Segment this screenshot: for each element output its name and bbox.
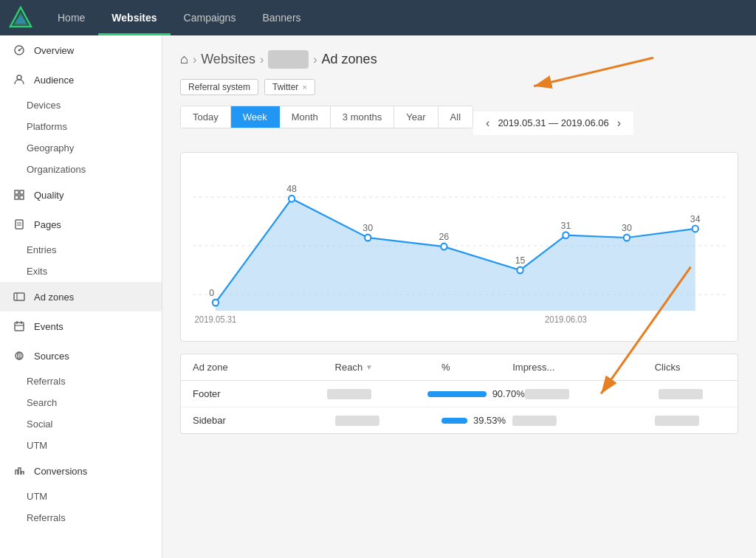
cell-clicks-sidebar <box>655 416 699 426</box>
col-pct: % <box>441 362 512 373</box>
cell-adzone-footer: Footer <box>193 388 327 399</box>
svg-text:26: 26 <box>439 231 449 242</box>
svg-rect-14 <box>14 293 24 300</box>
svg-rect-8 <box>20 190 24 194</box>
breadcrumb-websites[interactable]: Websites <box>201 52 255 67</box>
breadcrumb: ⌂ › Websites › .com › Ad zones <box>180 50 738 69</box>
sidebar-item-referrals1[interactable]: Referrals <box>0 371 162 392</box>
svg-text:34: 34 <box>690 213 701 224</box>
cell-pct-footer: 90.70% <box>427 388 525 399</box>
tag-bar: Referral system Twitter × <box>180 79 738 95</box>
date-next-button[interactable]: › <box>614 115 625 131</box>
content-wrapper: ⌂ › Websites › .com › Ad zones Referral … <box>162 35 756 558</box>
col-impressions: Impress... <box>512 362 655 373</box>
nav-banners[interactable]: Banners <box>249 0 314 35</box>
nav-campaigns[interactable]: Campaigns <box>171 0 250 35</box>
svg-text:0: 0 <box>209 287 214 298</box>
table-row: Sidebar 39.53% <box>181 407 738 433</box>
gauge-icon <box>12 43 27 58</box>
breadcrumb-current: Ad zones <box>322 52 377 67</box>
sidebar-item-utm1[interactable]: UTM <box>0 435 162 456</box>
person-icon <box>12 72 27 87</box>
sidebar-item-utm2[interactable]: UTM <box>0 486 162 507</box>
sidebar-item-entries[interactable]: Entries <box>0 239 162 261</box>
logo <box>9 6 32 30</box>
filter-year[interactable]: Year <box>394 106 438 128</box>
filter-today[interactable]: Today <box>181 106 231 128</box>
sidebar-quality-label: Quality <box>34 190 63 201</box>
filter-week[interactable]: Week <box>231 106 280 128</box>
date-nav: ‹ 2019.05.31 — 2019.06.06 › <box>473 111 633 135</box>
cell-pct-sidebar: 39.53% <box>441 415 512 426</box>
filter-month[interactable]: Month <box>280 106 331 128</box>
nav-home[interactable]: Home <box>44 0 98 35</box>
svg-rect-11 <box>16 220 23 229</box>
cell-impressions-sidebar <box>512 416 557 426</box>
date-prev-button[interactable]: ‹ <box>482 115 493 131</box>
tag-referral[interactable]: Referral system <box>180 79 258 95</box>
sidebar-item-audience[interactable]: Audience <box>0 65 162 94</box>
svg-rect-9 <box>15 196 18 199</box>
svg-point-34 <box>693 226 698 232</box>
sources-icon <box>12 348 27 363</box>
sidebar-item-organizations[interactable]: Organizations <box>0 159 162 180</box>
svg-point-29 <box>365 235 371 241</box>
sidebar-item-exits[interactable]: Exits <box>0 261 162 282</box>
svg-text:2019.06.03: 2019.06.03 <box>545 314 587 324</box>
svg-point-31 <box>517 267 523 274</box>
sidebar-item-pages[interactable]: Pages <box>0 210 162 239</box>
svg-marker-26 <box>216 199 695 311</box>
home-icon: ⌂ <box>180 52 188 67</box>
cell-adzone-sidebar: Sidebar <box>193 415 335 426</box>
sidebar-item-events[interactable]: Events <box>0 311 162 341</box>
top-nav: Home Websites Campaigns Banners <box>0 0 756 35</box>
svg-text:48: 48 <box>286 183 297 194</box>
sidebar-item-platforms[interactable]: Platforms <box>0 116 162 137</box>
sidebar-events-label: Events <box>34 321 63 332</box>
svg-point-30 <box>441 244 447 250</box>
svg-point-28 <box>289 196 295 202</box>
nav-items: Home Websites Campaigns Banners <box>44 0 315 35</box>
sidebar-item-quality[interactable]: Quality <box>0 180 162 210</box>
sidebar-item-overview[interactable]: Overview <box>0 35 162 65</box>
chart-svg: 0 48 30 26 15 31 30 34 2019.05.31 2019.0… <box>193 165 726 327</box>
svg-point-32 <box>563 232 568 238</box>
sidebar-adzones-label: Ad zones <box>34 292 74 303</box>
table-row: Footer 90.70% <box>181 381 738 407</box>
cell-impressions-footer <box>525 389 569 399</box>
sidebar-item-search[interactable]: Search <box>0 392 162 413</box>
sidebar-item-sources[interactable]: Sources <box>0 341 162 371</box>
sidebar-item-devices[interactable]: Devices <box>0 94 162 116</box>
date-range-label: 2019.05.31 — 2019.06.06 <box>498 117 608 128</box>
breadcrumb-domain: .com <box>268 50 309 69</box>
filter-all[interactable]: All <box>439 106 472 128</box>
svg-rect-10 <box>20 196 24 199</box>
svg-text:31: 31 <box>561 220 571 231</box>
conversions-icon <box>12 464 27 478</box>
sidebar-item-social[interactable]: Social <box>0 413 162 435</box>
filter-3months[interactable]: 3 months <box>331 106 394 128</box>
cell-reach-sidebar <box>335 416 379 426</box>
tag-twitter[interactable]: Twitter × <box>264 79 315 95</box>
sidebar: Overview Audience Devices Platforms Geog… <box>0 35 162 558</box>
sidebar-audience-label: Audience <box>34 75 74 86</box>
page-icon <box>12 217 27 232</box>
svg-point-33 <box>624 235 630 241</box>
sidebar-pages-label: Pages <box>34 219 61 230</box>
main-content: ⌂ › Websites › .com › Ad zones Referral … <box>162 35 756 449</box>
sidebar-sources-label: Sources <box>34 351 69 362</box>
svg-point-6 <box>17 75 21 80</box>
sidebar-item-geography[interactable]: Geography <box>0 137 162 159</box>
svg-text:30: 30 <box>622 222 632 233</box>
tag-close-icon[interactable]: × <box>302 83 306 92</box>
sidebar-item-conversions[interactable]: Conversions <box>0 456 162 486</box>
sidebar-item-adzones[interactable]: Ad zones <box>0 282 162 311</box>
svg-point-5 <box>18 49 21 52</box>
col-reach[interactable]: Reach ▼ <box>335 362 441 373</box>
nav-websites[interactable]: Websites <box>98 0 170 35</box>
sidebar-conversions-label: Conversions <box>34 466 87 477</box>
sidebar-item-referrals2[interactable]: Referrals <box>0 507 162 528</box>
svg-text:2019.05.31: 2019.05.31 <box>195 314 237 324</box>
events-icon <box>12 319 27 334</box>
chart-area: 0 48 30 26 15 31 30 34 2019.05.31 2019.0… <box>180 152 738 342</box>
